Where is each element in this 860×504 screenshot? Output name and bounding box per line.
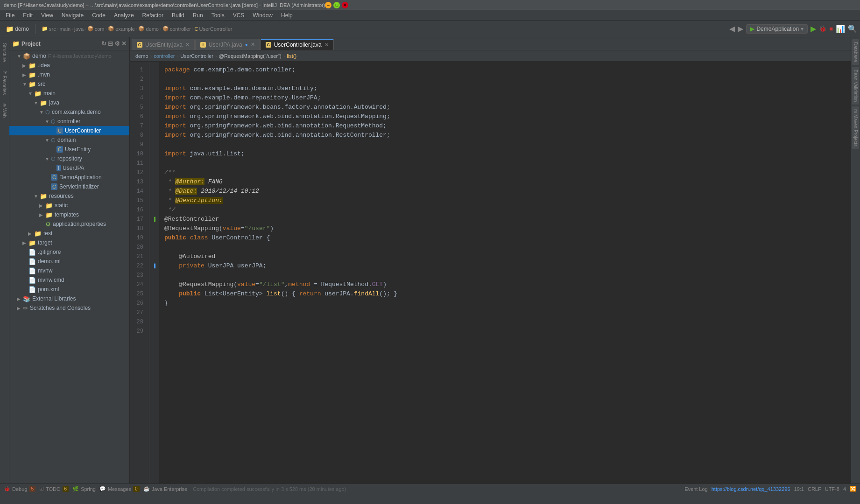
minimize-button[interactable]: – (325, 2, 331, 8)
code-content[interactable]: package com.example.demo.controller; imp… (159, 62, 851, 483)
tree-item-idea[interactable]: ▶ 📁 .idea (9, 61, 129, 70)
breadcrumb-part-2[interactable]: controller (154, 53, 175, 59)
tree-item-userentity[interactable]: C UserEntity (9, 145, 129, 154)
extlibs-icon: 📚 (23, 295, 30, 302)
database-tab[interactable]: Database (852, 39, 859, 65)
blog-url[interactable]: https://blog.csdn.net/qq_41332296 (712, 486, 790, 492)
tree-item-controller[interactable]: ▼ ⬡ controller (9, 117, 129, 126)
menu-item-help[interactable]: Help (277, 11, 296, 20)
menu-item-navigate[interactable]: Navigate (58, 11, 87, 20)
menu-item-file[interactable]: File (2, 11, 18, 20)
tree-item-com-example-demo[interactable]: ▼ ⬡ com.example.demo (9, 107, 129, 117)
tree-item-java[interactable]: ▼ 📁 java (9, 98, 129, 107)
tree-item-mvnwcmd[interactable]: 📄 mvnw.cmd (9, 275, 129, 285)
tree-item-src[interactable]: ▼ 📁 src (9, 79, 129, 89)
toolbar-back-btn[interactable]: ◀ (729, 24, 735, 33)
gutter-4 (149, 93, 159, 103)
structure-tab[interactable]: Structure (1, 39, 8, 66)
tree-item-repository[interactable]: ▼ ⬡ repository (9, 154, 129, 163)
tree-item-target[interactable]: ▶ 📁 target (9, 238, 129, 247)
toolbar-project-icon[interactable]: 📁 demo (3, 24, 32, 34)
spring-status[interactable]: 🌿 Spring (72, 486, 96, 492)
menu-item-view[interactable]: View (37, 11, 57, 20)
gutter-25 (149, 289, 159, 299)
web-tab[interactable]: ⊕ Web (1, 99, 8, 121)
close-tab-usercontroller[interactable]: ✕ (324, 42, 329, 48)
gutter-5 (149, 103, 159, 112)
maven-projects-tab[interactable]: m Maven Projects (852, 106, 859, 149)
tab-userentity[interactable]: C UserEntity.java ✕ (132, 39, 195, 50)
breadcrumb-part-4[interactable]: @RequestMapping("/user") (219, 53, 282, 59)
tree-item-domain[interactable]: ▼ ⬡ domain (9, 135, 129, 145)
tree-arrow-src: ▼ (22, 82, 27, 87)
tree-item-servletinitializer[interactable]: C ServletInitializer (9, 182, 129, 191)
tree-item-usercontroller[interactable]: C UserController (9, 126, 129, 135)
tree-item-static[interactable]: ▶ 📁 static (9, 201, 129, 210)
indent[interactable]: 4 (843, 486, 846, 492)
close-button[interactable]: ✕ (342, 2, 348, 8)
tree-item-external-libs[interactable]: ▶ 📚 External Libraries (9, 294, 129, 303)
tree-item-userjpa[interactable]: I UserJPA (9, 163, 129, 173)
event-log-label[interactable]: Event Log (684, 486, 708, 492)
debug-status[interactable]: 🐞 Debug 5 (4, 486, 35, 492)
stop-button[interactable]: ■ (829, 25, 833, 32)
close-tab-userentity[interactable]: ✕ (185, 42, 190, 48)
git-icon[interactable]: 🔀 (850, 486, 856, 492)
tree-item-scratches[interactable]: ▶ ✏ Scratches and Consoles (9, 303, 129, 313)
tree-arrow-ced: ▼ (39, 110, 44, 115)
breadcrumb-part-1[interactable]: demo (135, 53, 148, 59)
menu-item-edit[interactable]: Edit (19, 11, 36, 20)
menu-item-code[interactable]: Code (88, 11, 109, 20)
crlf[interactable]: CRLF (808, 486, 821, 492)
tree-item-resources[interactable]: ▼ 📁 resources (9, 191, 129, 201)
close-tab-userjpa[interactable]: ✕ (251, 42, 255, 48)
search-everywhere-button[interactable]: 🔍 (848, 24, 857, 33)
coverage-button[interactable]: 📊 (836, 24, 845, 33)
sidebar-sync-icon[interactable]: ↻ (101, 40, 106, 47)
maximize-button[interactable]: □ (333, 2, 340, 8)
menu-item-analyze[interactable]: Analyze (110, 11, 138, 20)
menu-item-build[interactable]: Build (168, 11, 188, 20)
tree-item-main[interactable]: ▼ 📁 main (9, 89, 129, 98)
favorites-tab[interactable]: 2: Favorites (1, 67, 8, 98)
ln-12: 12 (130, 168, 146, 177)
toolbar-forward-btn[interactable]: ▶ (738, 24, 743, 33)
menu-item-refactor[interactable]: Refactor (139, 11, 167, 20)
sidebar-settings-icon[interactable]: ⚙ (114, 40, 120, 47)
tree-item-pomxml[interactable]: 📄 pom.xml (9, 285, 129, 294)
tree-item-demoapplication[interactable]: C DemoApplication (9, 173, 129, 182)
java-enterprise-status[interactable]: ☕ Java Enterprise (143, 486, 187, 492)
tree-item-demoiml[interactable]: 📄 demo.iml (9, 257, 129, 266)
encoding[interactable]: UTF-8 (825, 486, 839, 492)
sidebar-collapse-icon[interactable]: ⊟ (108, 40, 113, 47)
ln-1: 1 (130, 65, 146, 75)
menu-item-tools[interactable]: Tools (208, 11, 228, 20)
tree-label-main: main (43, 90, 56, 97)
tree-item-templates[interactable]: ▶ 📁 templates (9, 210, 129, 219)
tab-userjpa[interactable]: I UserJPA.java ● ✕ (195, 39, 260, 50)
tab-usercontroller[interactable]: C UserController.java ✕ (261, 39, 334, 50)
tree-item-gitignore[interactable]: 📄 .gitignore (9, 247, 129, 257)
bean-validation-tab[interactable]: Bean Validation (852, 67, 859, 105)
messages-status[interactable]: 💬 Messages 0 (99, 486, 140, 492)
todo-status[interactable]: ☑ TODO 6 (39, 486, 69, 492)
tree-item-appprops[interactable]: ⚙ application.properties (9, 219, 129, 229)
breadcrumb-part-3[interactable]: UserController (180, 53, 213, 59)
menu-item-run[interactable]: Run (189, 11, 207, 20)
run-config-dropdown-icon[interactable]: ▾ (801, 26, 804, 32)
tree-label-da: DemoApplication (59, 174, 102, 181)
debug-button[interactable]: 🐞 (819, 25, 826, 32)
sidebar-close-icon[interactable]: ✕ (121, 40, 127, 47)
tree-item-mvn[interactable]: ▶ 📁 .mvn (9, 70, 129, 79)
tree-item-test[interactable]: ▶ 📁 test (9, 229, 129, 238)
tree-item-mvnw[interactable]: 📄 mvnw (9, 266, 129, 275)
file-icon-cmd: 📄 (28, 277, 36, 284)
run-button[interactable]: ▶ (811, 24, 816, 33)
tree-item-demo[interactable]: ▼ 📦 demo F:\HisenseJava\study\demo (9, 51, 129, 61)
breadcrumb-part-5[interactable]: list() (287, 53, 296, 59)
menu-item-window[interactable]: Window (249, 11, 276, 20)
cursor-pos[interactable]: 19:1 (794, 486, 804, 492)
code-editor[interactable]: 1 2 3 4 5 6 7 8 9 10 11 12 13 14 15 16 1… (130, 62, 851, 483)
run-config-selector[interactable]: ▶ DemoApplication ▾ (746, 24, 808, 34)
menu-item-vcs[interactable]: VCS (229, 11, 248, 20)
